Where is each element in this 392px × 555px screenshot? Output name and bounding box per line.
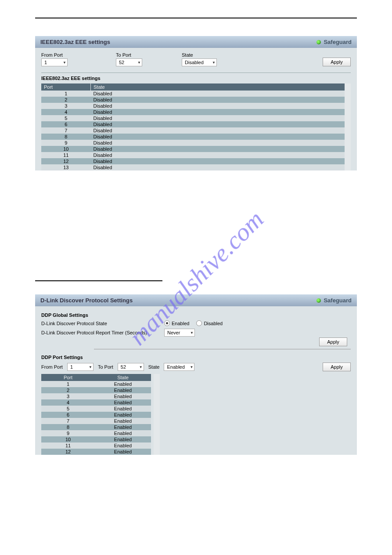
table-row: 8Disabled (41, 134, 345, 140)
eee-divider (41, 73, 351, 73)
chevron-down-icon: ▼ (137, 61, 141, 65)
col-port: Port (41, 83, 91, 91)
apply-button[interactable]: Apply (323, 363, 351, 371)
eee-port-table: Port State 1Disabled2Disabled3Disabled4D… (41, 83, 345, 170)
table-row: 9Enabled (41, 430, 151, 436)
chevron-down-icon: ▼ (212, 61, 216, 65)
chevron-down-icon: ▼ (139, 365, 143, 369)
table-row: 7Disabled (41, 127, 345, 134)
table-row: 2Enabled (41, 387, 151, 393)
safeguard-icon (316, 40, 321, 44)
eee-panel-header: IEEE802.3az EEE settings Safeguard (35, 36, 357, 48)
ddp-from-port-label: From Port (41, 364, 63, 370)
table-row: 3Enabled (41, 393, 151, 399)
table-row: 6Disabled (41, 121, 345, 127)
scrollbar[interactable] (345, 83, 351, 170)
table-row: 1Enabled (41, 381, 151, 387)
table-row: 7Enabled (41, 418, 151, 424)
ddp-state-disabled-radio[interactable]: Disabled (196, 320, 223, 326)
table-row: 2Disabled (41, 97, 345, 103)
chevron-down-icon: ▼ (89, 365, 92, 369)
apply-button[interactable]: Apply (323, 58, 351, 66)
safeguard-label: Safeguard (324, 297, 352, 304)
table-row: 4Disabled (41, 109, 345, 115)
table-row: 5Enabled (41, 406, 151, 412)
col-port: Port (41, 374, 95, 381)
to-port-select[interactable]: 52 ▼ (116, 58, 142, 66)
ddp-settings-panel: D-Link Discover Protocol Settings Safegu… (35, 294, 357, 455)
chevron-down-icon: ▼ (63, 61, 66, 65)
mid-rule (35, 280, 162, 281)
table-row: 12Disabled (41, 158, 345, 164)
scrollbar[interactable] (154, 374, 160, 455)
table-row: 11Disabled (41, 152, 345, 158)
table-row: 6Enabled (41, 412, 151, 418)
table-row: 4Enabled (41, 399, 151, 406)
table-row: 9Disabled (41, 140, 345, 146)
page-top-rule (35, 18, 357, 18)
state-label: State (182, 52, 217, 58)
table-row: 10Disabled (41, 146, 345, 152)
col-state: State (91, 83, 345, 91)
ddp-global-heading: DDP Global Settings (41, 312, 351, 318)
eee-panel-title: IEEE802.3az EEE settings (40, 39, 110, 45)
ddp-timer-select[interactable]: Never ▼ (164, 329, 195, 337)
ddp-state-ctl-label: State (148, 364, 160, 370)
ddp-from-port-select[interactable]: 1 ▼ (67, 363, 94, 371)
eee-table-title: IEEE802.3az EEE settings (41, 76, 351, 81)
state-select[interactable]: Disabled ▼ (182, 58, 217, 66)
ddp-to-port-select[interactable]: 52 ▼ (118, 363, 144, 371)
ddp-port-table: Port State 1Enabled2Enabled3Enabled4Enab… (41, 374, 151, 455)
table-row: 13Disabled (41, 164, 345, 170)
eee-controls-row: From Port 1 ▼ To Port 52 ▼ State (41, 52, 351, 66)
col-state: State (95, 374, 151, 381)
chevron-down-icon: ▼ (190, 331, 194, 335)
table-row: 12Enabled (41, 449, 151, 455)
table-row: 11Enabled (41, 443, 151, 449)
ddp-state-ctl-select[interactable]: Enabled ▼ (164, 363, 194, 371)
ddp-divider (94, 349, 351, 349)
safeguard-icon (316, 298, 321, 303)
safeguard-badge: Safeguard (316, 297, 352, 304)
apply-button[interactable]: Apply (319, 337, 347, 346)
table-row: 8Enabled (41, 424, 151, 430)
eee-settings-panel: IEEE802.3az EEE settings Safeguard From … (35, 36, 357, 170)
table-row: 1Disabled (41, 91, 345, 97)
from-port-label: From Port (41, 52, 68, 58)
safeguard-label: Safeguard (324, 39, 352, 45)
table-row: 3Disabled (41, 103, 345, 109)
to-port-label: To Port (116, 52, 142, 58)
ddp-to-port-label: To Port (98, 364, 113, 370)
from-port-select[interactable]: 1 ▼ (41, 58, 68, 66)
chevron-down-icon: ▼ (190, 365, 194, 369)
safeguard-badge: Safeguard (316, 39, 352, 45)
table-row: 10Enabled (41, 436, 151, 443)
ddp-port-heading: DDP Port Settings (41, 355, 351, 360)
table-row: 5Disabled (41, 115, 345, 121)
ddp-panel-title: D-Link Discover Protocol Settings (40, 297, 133, 304)
